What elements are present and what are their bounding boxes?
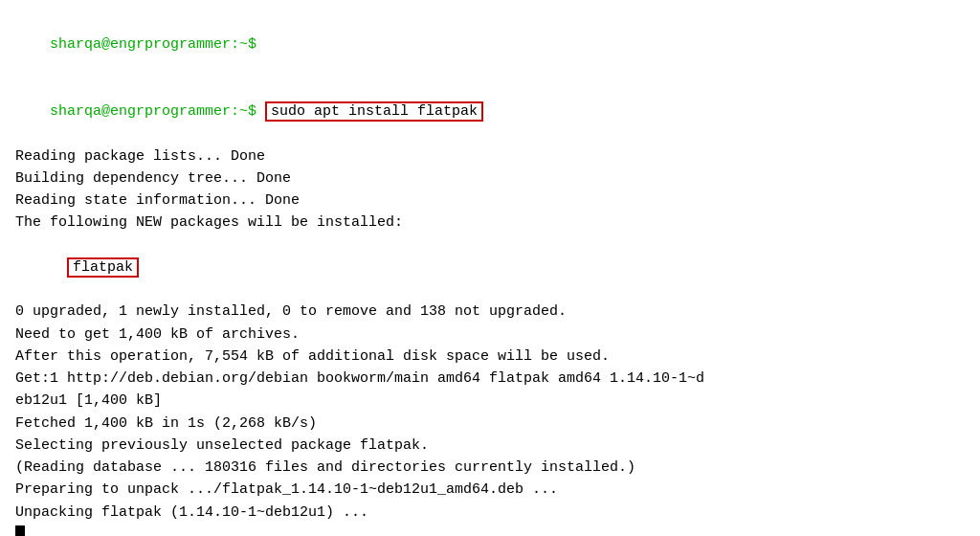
- line-9: Need to get 1,400 kB of archives.: [15, 324, 965, 346]
- line-7: flatpak: [15, 234, 965, 302]
- command-box: sudo apt install flatpak: [265, 101, 483, 122]
- line-10: After this operation, 7,554 kB of additi…: [15, 346, 965, 368]
- line-16: Preparing to unpack .../flatpak_1.14.10-…: [15, 479, 965, 501]
- flatpak-box: flatpak: [67, 257, 139, 278]
- line-15: (Reading database ... 180316 files and d…: [15, 457, 965, 479]
- prompt-2: sharqa@engrprogrammer:~$: [50, 103, 265, 120]
- line-17: Unpacking flatpak (1.14.10-1~deb12u1) ..…: [15, 502, 965, 524]
- cursor-line: [15, 525, 965, 536]
- line-13: Fetched 1,400 kB in 1s (2,268 kB/s): [15, 413, 965, 435]
- line-3: Reading package lists... Done: [15, 145, 965, 168]
- prompt-1: sharqa@engrprogrammer:~$: [50, 36, 256, 53]
- line-5: Reading state information... Done: [15, 190, 965, 212]
- line-12: eb12u1 [1,400 kB]: [15, 390, 965, 412]
- cursor: [15, 525, 25, 536]
- terminal-window: sharqa@engrprogrammer:~$ sharqa@engrprog…: [0, 0, 980, 536]
- line-2: sharqa@engrprogrammer:~$ sudo apt instal…: [15, 78, 965, 145]
- line-6: The following NEW packages will be insta…: [15, 212, 965, 234]
- line-11: Get:1 http://deb.debian.org/debian bookw…: [15, 368, 965, 390]
- line-4: Building dependency tree... Done: [15, 168, 965, 190]
- line-1: sharqa@engrprogrammer:~$: [15, 11, 965, 78]
- line-14: Selecting previously unselected package …: [15, 435, 965, 457]
- line-8: 0 upgraded, 1 newly installed, 0 to remo…: [15, 301, 965, 323]
